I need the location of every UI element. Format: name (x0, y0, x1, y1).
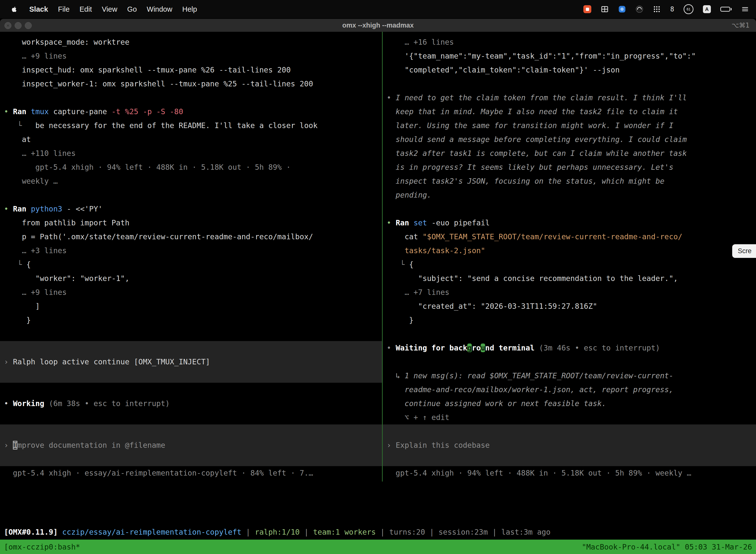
terminal-text-segment: Waiting for back (396, 343, 467, 352)
terminal-row: workspace_mode: worktree (0, 35, 382, 49)
menu-bar-status-icons: 8 61 A (583, 5, 756, 13)
terminal-row: pending. (383, 188, 756, 202)
terminal-text-segment: weekly … (4, 177, 58, 185)
terminal-row: ↳ 1 new msg(s): read $OMX_TEAM_STATE_ROO… (383, 369, 756, 383)
close-button[interactable]: × (4, 22, 11, 29)
terminal-text-segment: … +9 lines (4, 52, 67, 60)
terminal-row: • Ran set -euo pipefail (383, 216, 756, 230)
menu-lines-icon[interactable] (741, 5, 749, 13)
terminal-text-segment: keep that in mind. Maybe I also need the… (387, 107, 678, 116)
minimize-button[interactable] (15, 22, 21, 29)
terminal-text-segment: } (387, 316, 414, 324)
terminal-text-segment: nd (485, 343, 494, 352)
terminal-text-segment: ↳ (387, 371, 404, 380)
terminal-text-segment: "worker": "worker-1", (4, 274, 129, 283)
terminal-row: … +3 lines (0, 244, 382, 258)
prompt-row-padding[interactable] (0, 369, 382, 383)
keyboard-8-icon[interactable]: 8 (670, 5, 674, 13)
terminal-text-segment: Ran (13, 205, 31, 213)
apple-menu[interactable] (6, 0, 22, 18)
terminal-text-segment: … +110 lines (4, 149, 76, 158)
terminal-text-segment: … +3 lines (4, 246, 67, 255)
menu-bar: SlackFileEditViewGoWindowHelp 8 61 A (0, 0, 756, 18)
terminal-row (0, 410, 382, 425)
terminal-text-segment: -euo pipefail (432, 218, 490, 227)
terminal-row (383, 77, 756, 91)
menu-item-file[interactable]: File (53, 0, 75, 18)
terminal-text-segment: Working (13, 399, 49, 408)
terminal-row: tasks/task-2.json" (383, 244, 756, 258)
terminal-text-segment: I need to get the claim token from the c… (396, 93, 687, 102)
terminal-row: "subject": "send a concise recommendatio… (383, 272, 756, 285)
prompt-row-padding[interactable] (383, 425, 756, 438)
terminal-row: } (383, 313, 756, 327)
terminal-text-segment: python3 (31, 205, 67, 213)
prompt-row-padding[interactable] (0, 452, 382, 466)
menu-item-view[interactable]: View (97, 0, 122, 18)
terminal-row: should send a message before completing … (383, 132, 756, 147)
prompt-row[interactable]: › Ralph loop active continue [OMX_TMUX_I… (0, 355, 382, 369)
prompt-row-padding[interactable] (383, 452, 756, 466)
terminal-text-segment: "created_at": "2026-03-31T11:59:27.816Z" (387, 302, 597, 311)
terminal-text-segment: • (387, 218, 396, 227)
terminal-text-segment: is in progress? It seems likely but perh… (387, 163, 674, 171)
screen-recording-indicator-icon[interactable] (583, 5, 591, 13)
prompt-row[interactable]: › Improve documentation in @filename (0, 438, 382, 452)
menu-item-go[interactable]: Go (122, 0, 142, 18)
terminal-text-segment: tmux (31, 107, 53, 116)
terminal-row: … +9 lines (0, 285, 382, 299)
battery-icon[interactable] (720, 5, 732, 13)
terminal-text-segment: inspect task2's JSON, focusing on the st… (387, 177, 665, 185)
terminal-text-segment: • (4, 205, 13, 213)
terminal-row: is in progress? It seems likely but perh… (383, 160, 756, 174)
terminal-text-segment: should send a message before completing … (387, 135, 687, 144)
terminal-text-segment: be necessary for the end of the README. … (35, 121, 317, 130)
gauge-61-icon[interactable]: 61 (684, 5, 693, 13)
terminal-row (0, 327, 382, 341)
status-segment: last:3m ago (501, 528, 551, 536)
terminal-row: task2 after task1 is complete, but can I… (383, 147, 756, 160)
menu-item-window[interactable]: Window (142, 0, 177, 18)
dots-grid-icon[interactable] (653, 5, 661, 13)
terminal-text-segment: Ralph loop active continue [OMX_TMUX_INJ… (13, 357, 210, 366)
terminal-row (383, 327, 756, 341)
menu-item-help[interactable]: Help (177, 0, 202, 18)
terminal-text-segment: Ran (13, 107, 31, 116)
prompt-row-padding[interactable] (0, 341, 382, 355)
terminal-text-segment: … +16 lines (387, 38, 454, 46)
terminal-row: "created_at": "2026-03-31T11:59:27.816Z" (383, 299, 756, 313)
status-segment: [OMX#0.11.9] (4, 528, 62, 536)
input-source-a-icon[interactable]: A (703, 5, 711, 13)
terminal-row (0, 383, 382, 397)
menu-app-name[interactable]: Slack (24, 0, 53, 18)
terminal-text-segment: cat (387, 232, 423, 241)
terminal-row: keep that in mind. Maybe I also need the… (383, 105, 756, 119)
terminal-row: • Working (6m 38s • esc to interrupt) (0, 397, 382, 410)
blue-app-icon[interactable] (618, 5, 626, 13)
grid-icon[interactable] (601, 5, 609, 13)
terminal-text-segment: └ (387, 260, 409, 269)
prompt-row[interactable]: › Explain this codebase (383, 438, 756, 452)
terminal-text-segment: … +7 lines (387, 288, 449, 296)
terminal-pane-right: … +16 lines '{"team_name":"my-team","tas… (383, 32, 756, 480)
swirl-icon[interactable] (635, 5, 643, 13)
terminal-text-segment: └ (4, 121, 35, 130)
screen-share-popover[interactable]: Scre (732, 244, 756, 258)
terminal-row: } (0, 313, 382, 327)
terminal-row: "worker": "worker-1", (0, 272, 382, 285)
terminal-text-segment: '{"team_name":"my-team","task_id":"1","f… (387, 52, 696, 60)
menu-item-edit[interactable]: Edit (75, 0, 97, 18)
terminal-row (0, 188, 382, 202)
terminal-row: gpt-5.4 xhigh · 94% left · 488K in · 5.1… (0, 160, 382, 174)
terminal-text-segment: - <<'PY' (67, 205, 103, 213)
window-title-bar[interactable]: × omx --xhigh --madmax ⌥⌘1 (0, 19, 756, 32)
terminal-text-segment: g (467, 343, 472, 352)
terminal-row (383, 355, 756, 369)
zoom-button[interactable] (25, 22, 32, 29)
status-segment: team:1 workers (313, 528, 376, 536)
terminal-text-segment: • (387, 343, 396, 352)
prompt-row-padding[interactable] (0, 425, 382, 438)
status-segment: | (300, 528, 313, 536)
status-segment: turns:20 (389, 528, 425, 536)
text-cursor: I (13, 441, 17, 449)
